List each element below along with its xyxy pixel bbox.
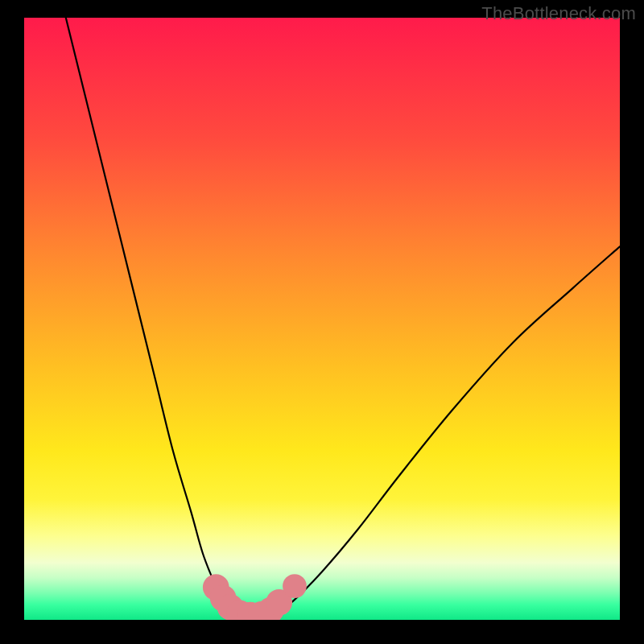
chart-plot bbox=[24, 18, 620, 620]
chart-svg bbox=[24, 18, 620, 620]
watermark-label: TheBottleneck.com bbox=[481, 3, 636, 24]
marker-trough-I bbox=[283, 574, 307, 598]
chart-frame: TheBottleneck.com bbox=[0, 0, 644, 644]
chart-background bbox=[24, 18, 620, 620]
